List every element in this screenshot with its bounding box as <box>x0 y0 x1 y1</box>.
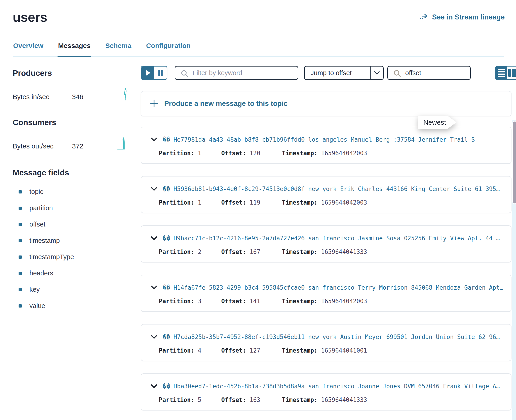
unknown-key-icon: �� <box>163 235 170 242</box>
message-fields-list: topic partition offset timestamp timesta… <box>13 188 141 310</box>
field-label: timestampType <box>30 253 74 261</box>
partition-label: Partition: <box>159 150 194 157</box>
message-fields-heading: Message fields <box>13 168 141 177</box>
field-label: topic <box>30 188 43 195</box>
message-summary-text: He77981da-4a43-48ab-b8f8-cb71b96ffdd0 lo… <box>174 136 475 143</box>
chevron-down-icon[interactable] <box>151 137 157 142</box>
newest-tooltip-label: Newest <box>418 116 456 129</box>
tabs: OverviewMessagesSchemaConfiguration <box>13 42 504 57</box>
tabs-bar: OverviewMessagesSchemaConfiguration <box>13 42 504 57</box>
pause-button[interactable] <box>154 67 167 79</box>
consumers-heading: Consumers <box>13 118 141 127</box>
message-card[interactable]: �� H14fa67fe-5823-4299-b3c4-595845cfcae0… <box>141 275 511 312</box>
timestamp-value: 1659644041333 <box>318 397 367 403</box>
producers-heading: Producers <box>13 68 141 78</box>
partition-value: 1 <box>194 199 201 206</box>
timestamp-label: Timestamp: <box>282 347 318 354</box>
split-view-icon <box>508 69 511 77</box>
message-field-item-offset[interactable]: offset <box>13 221 141 228</box>
tab-label: Configuration <box>146 42 191 49</box>
timestamp-label: Timestamp: <box>282 397 318 403</box>
partition-value: 4 <box>194 347 201 354</box>
message-summary-text: H5936db81-b943-4e0f-8c29-74513e0c0d8f ne… <box>174 186 500 192</box>
unknown-key-icon: �� <box>163 284 170 291</box>
search-icon <box>181 70 188 77</box>
tab-schema[interactable]: Schema <box>105 42 132 57</box>
message-card[interactable]: �� Hba30eed7-1edc-452b-8b1a-738d3b5d8a9a… <box>141 373 511 411</box>
offset-label: Offset: <box>221 199 246 206</box>
play-button[interactable] <box>141 67 154 79</box>
offset-label: Offset: <box>221 150 246 157</box>
message-field-item-topic[interactable]: topic <box>13 188 141 195</box>
bytes-out-value: 372 <box>72 142 83 150</box>
produce-message-button[interactable]: Produce a new message to this topic <box>141 91 511 116</box>
newest-tooltip: Newest <box>418 116 456 129</box>
jump-to-offset-value: Jump to offset <box>305 67 370 79</box>
field-label: value <box>30 302 45 310</box>
message-card[interactable]: �� H5936db81-b943-4e0f-8c29-74513e0c0d8f… <box>141 176 511 213</box>
offset-value: 167 <box>246 248 260 255</box>
unknown-key-icon: �� <box>163 334 170 340</box>
keyword-filter-box <box>175 66 298 80</box>
bytes-in-metric: Bytes in/sec 346 <box>13 87 141 101</box>
tab-label: Schema <box>105 42 131 49</box>
bytes-out-label: Bytes out/sec <box>13 142 72 150</box>
message-field-item-value[interactable]: value <box>13 302 141 310</box>
message-field-item-partition[interactable]: partition <box>13 204 141 212</box>
timestamp-label: Timestamp: <box>282 199 318 206</box>
message-field-item-timestampType[interactable]: timestampType <box>13 253 141 261</box>
tab-configuration[interactable]: Configuration <box>146 42 191 57</box>
field-bullet-icon <box>19 255 22 259</box>
scrollbar-thumb[interactable] <box>512 121 516 204</box>
lineage-arrow-icon <box>420 13 429 21</box>
offset-label: Offset: <box>221 397 246 403</box>
bytes-in-value: 346 <box>72 93 83 101</box>
keyword-filter-input[interactable] <box>175 67 298 79</box>
play-icon <box>146 70 150 76</box>
timestamp-label: Timestamp: <box>282 298 318 305</box>
list-view-button[interactable] <box>496 67 507 79</box>
split-view-button[interactable] <box>507 67 516 79</box>
messages-viewport: �� He77981da-4a43-48ab-b8f8-cb71b96ffdd0… <box>141 127 511 411</box>
partition-label: Partition: <box>159 248 194 255</box>
message-field-item-headers[interactable]: headers <box>13 270 141 277</box>
tab-messages[interactable]: Messages <box>58 42 91 57</box>
field-bullet-icon <box>19 223 22 226</box>
bytes-in-sparkline <box>123 87 128 101</box>
chevron-down-icon[interactable] <box>370 67 383 79</box>
view-toggle <box>495 66 516 80</box>
offset-value: 127 <box>246 347 260 354</box>
messages-toolbar: Jump to offset <box>141 66 516 80</box>
bytes-out-metric: Bytes out/sec 372 <box>13 136 141 150</box>
chevron-down-icon[interactable] <box>151 285 157 290</box>
offset-label: Offset: <box>221 347 246 354</box>
partition-label: Partition: <box>159 298 194 305</box>
play-pause-control <box>141 66 167 80</box>
jump-to-offset-select[interactable]: Jump to offset <box>304 66 384 80</box>
message-field-item-key[interactable]: key <box>13 286 141 293</box>
partition-label: Partition: <box>159 199 194 206</box>
message-summary-text: H14fa67fe-5823-4299-b3c4-595845cfcae0 sa… <box>174 284 503 291</box>
chevron-down-icon[interactable] <box>151 236 157 240</box>
field-label: key <box>30 286 40 293</box>
timestamp-value: 1659644042003 <box>318 199 367 206</box>
offset-search-box <box>387 66 471 80</box>
chevron-down-icon[interactable] <box>151 384 157 389</box>
list-view-icon <box>498 69 505 70</box>
message-card[interactable]: �� H9bacc71c-b12c-4216-8e95-2a7da727e426… <box>141 225 511 262</box>
chevron-down-icon[interactable] <box>151 187 157 191</box>
tab-overview[interactable]: Overview <box>13 42 44 57</box>
scrollbar-track[interactable] <box>512 120 516 420</box>
timestamp-label: Timestamp: <box>282 248 318 255</box>
field-label: timestamp <box>30 237 60 244</box>
unknown-key-icon: �� <box>163 186 170 192</box>
field-label: headers <box>30 270 53 277</box>
offset-value: 141 <box>246 298 260 305</box>
timestamp-value: 1659644041001 <box>318 347 367 354</box>
message-card[interactable]: �� He77981da-4a43-48ab-b8f8-cb71b96ffdd0… <box>141 127 511 164</box>
chevron-down-icon[interactable] <box>151 335 157 339</box>
message-field-item-timestamp[interactable]: timestamp <box>13 237 141 244</box>
stream-lineage-link[interactable]: See in Stream lineage <box>420 13 505 21</box>
message-card[interactable]: �� H7cda825b-35b7-4952-88ef-c193d546eb11… <box>141 324 511 361</box>
field-label: offset <box>30 221 45 228</box>
